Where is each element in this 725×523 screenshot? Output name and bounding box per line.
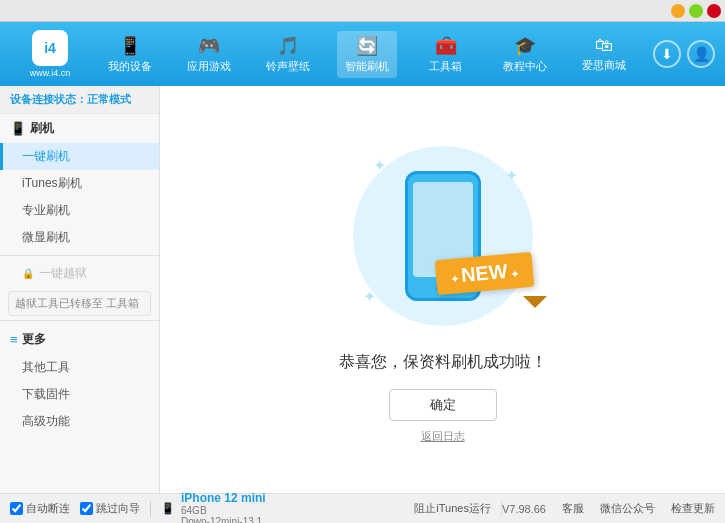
nav-toolbox[interactable]: 🧰 工具箱 <box>416 31 476 78</box>
confirm-button[interactable]: 确定 <box>389 389 497 421</box>
maximize-button[interactable] <box>689 4 703 18</box>
logo-icon: i4 <box>32 30 68 66</box>
header: i4 www.i4.cn 📱 我的设备 🎮 应用游戏 🎵 铃声壁纸 🔄 智能刷机… <box>0 22 725 86</box>
wallpaper-icon: 🎵 <box>277 35 299 57</box>
wallpaper-label: 铃声壁纸 <box>266 59 310 74</box>
jailbreak-notice: 越狱工具已转移至 工具箱 <box>8 291 151 316</box>
version-label: V7.98.66 <box>502 503 546 515</box>
apps-icon: 🎮 <box>198 35 220 57</box>
toolbox-label: 工具箱 <box>429 59 462 74</box>
tutorials-label: 教程中心 <box>503 59 547 74</box>
main-content: ✦ ✦ ✦ NEW 恭喜您，保资料刷机成功啦！ 确定 返回日志 <box>160 86 725 493</box>
flash-section-header: 📱 刷机 <box>0 114 159 143</box>
flash-section-label: 刷机 <box>30 120 54 137</box>
sidebar-item-advanced[interactable]: 高级功能 <box>0 408 159 435</box>
toolbox-icon: 🧰 <box>435 35 457 57</box>
back-to-log-link[interactable]: 返回日志 <box>421 429 465 444</box>
lock-icon: 🔒 <box>22 268 34 279</box>
device-details-row: iPhone 12 mini 64GB Down-12mini-13,1 <box>181 491 266 524</box>
sidebar: 设备连接状态：正常模式 📱 刷机 一键刷机 iTunes刷机 专业刷机 微显刷机… <box>0 86 160 493</box>
skip-wizard-label: 跳过向导 <box>96 501 140 516</box>
apps-label: 应用游戏 <box>187 59 231 74</box>
store-icon: 🛍 <box>595 35 613 56</box>
skip-wizard-checkbox[interactable]: 跳过向导 <box>80 501 140 516</box>
phone-illustration: ✦ ✦ ✦ NEW <box>343 136 543 336</box>
minimize-button[interactable] <box>671 4 685 18</box>
logo: i4 www.i4.cn <box>10 30 90 78</box>
sidebar-item-jailbreak-disabled: 🔒 一键越狱 <box>0 260 159 287</box>
smart-flash-icon: 🔄 <box>356 35 378 57</box>
status-label: 设备连接状态： <box>10 93 87 105</box>
store-label: 爱思商城 <box>582 58 626 73</box>
nav-tutorials[interactable]: 🎓 教程中心 <box>495 31 555 78</box>
success-message: 恭喜您，保资料刷机成功啦！ <box>339 352 547 373</box>
nav-wallpaper[interactable]: 🎵 铃声壁纸 <box>258 31 318 78</box>
sparkle-top-left: ✦ <box>373 156 386 175</box>
device-storage: 64GB <box>181 505 266 516</box>
ribbon-right <box>535 296 547 308</box>
sidebar-item-itunes-flash[interactable]: iTunes刷机 <box>0 170 159 197</box>
bottom-right: V7.98.66 客服 微信公众号 检查更新 <box>502 501 715 516</box>
bottom-bar: 自动断连 跳过向导 📱 iPhone 12 mini 64GB Down-12m… <box>0 493 725 523</box>
bottom-left: 自动断连 跳过向导 📱 iPhone 12 mini 64GB Down-12m… <box>10 491 414 524</box>
flash-section-icon: 📱 <box>10 121 26 136</box>
title-bar <box>0 0 725 22</box>
nav-apps[interactable]: 🎮 应用游戏 <box>179 31 239 78</box>
smart-flash-label: 智能刷机 <box>345 59 389 74</box>
status-value: 正常模式 <box>87 93 131 105</box>
sparkle-top-right: ✦ <box>505 166 518 185</box>
stop-itunes-label: 阻止iTunes运行 <box>414 501 491 516</box>
check-update-link[interactable]: 检查更新 <box>671 501 715 516</box>
more-section-header: ≡ 更多 <box>0 325 159 354</box>
my-device-label: 我的设备 <box>108 59 152 74</box>
sidebar-divider-1 <box>0 255 159 256</box>
more-section-icon: ≡ <box>10 332 18 347</box>
device-phone-icon: 📱 <box>161 502 175 515</box>
header-actions: ⬇ 👤 <box>653 40 715 68</box>
tutorials-icon: 🎓 <box>514 35 536 57</box>
connection-status: 设备连接状态：正常模式 <box>0 86 159 114</box>
sparkle-bottom-left: ✦ <box>363 287 376 306</box>
sidebar-divider-2 <box>0 320 159 321</box>
nav-my-device[interactable]: 📱 我的设备 <box>100 31 160 78</box>
nav-store[interactable]: 🛍 爱思商城 <box>574 31 634 77</box>
auto-disconnect-checkbox[interactable]: 自动断连 <box>10 501 70 516</box>
ribbon-left <box>523 296 535 308</box>
sidebar-item-download-firmware[interactable]: 下载固件 <box>0 381 159 408</box>
main-layout: 设备连接状态：正常模式 📱 刷机 一键刷机 iTunes刷机 专业刷机 微显刷机… <box>0 86 725 493</box>
customer-service-link[interactable]: 客服 <box>562 501 584 516</box>
auto-disconnect-label: 自动断连 <box>26 501 70 516</box>
nav-smart-flash[interactable]: 🔄 智能刷机 <box>337 31 397 78</box>
sidebar-item-wipe-flash[interactable]: 微显刷机 <box>0 224 159 251</box>
wechat-official-link[interactable]: 微信公众号 <box>600 501 655 516</box>
sidebar-item-one-click-flash[interactable]: 一键刷机 <box>0 143 159 170</box>
sidebar-item-pro-flash[interactable]: 专业刷机 <box>0 197 159 224</box>
account-button[interactable]: 👤 <box>687 40 715 68</box>
stop-itunes: 阻止iTunes运行 <box>414 501 502 516</box>
sidebar-item-other-tools[interactable]: 其他工具 <box>0 354 159 381</box>
nav-bar: 📱 我的设备 🎮 应用游戏 🎵 铃声壁纸 🔄 智能刷机 🧰 工具箱 🎓 教程中心… <box>90 31 643 78</box>
auto-disconnect-input[interactable] <box>10 502 23 515</box>
logo-subtext: www.i4.cn <box>30 68 71 78</box>
more-section-label: 更多 <box>22 331 46 348</box>
my-device-icon: 📱 <box>119 35 141 57</box>
skip-wizard-input[interactable] <box>80 502 93 515</box>
close-button[interactable] <box>707 4 721 18</box>
download-button[interactable]: ⬇ <box>653 40 681 68</box>
device-model: Down-12mini-13,1 <box>181 516 266 524</box>
bottom-divider <box>150 501 151 517</box>
device-info: 📱 iPhone 12 mini 64GB Down-12mini-13,1 <box>161 491 266 524</box>
